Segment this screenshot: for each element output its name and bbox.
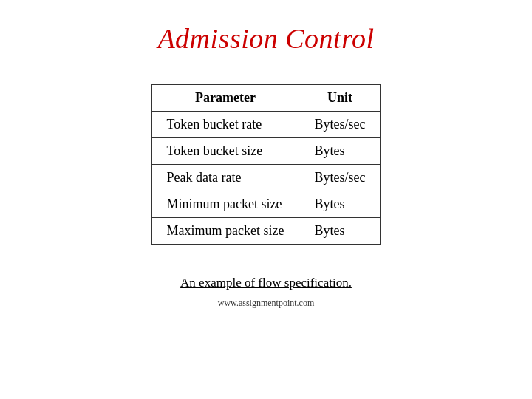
table-row: Maximum packet sizeBytes (151, 218, 381, 245)
parameter-cell: Minimum packet size (151, 191, 299, 218)
website-url: www.assignmentpoint.com (218, 298, 315, 309)
parameter-cell: Token bucket size (151, 138, 299, 165)
table-row: Peak data rateBytes/sec (151, 165, 381, 191)
table-header-row: Parameter Unit (151, 85, 381, 112)
footer-text: An example of flow specification. (180, 276, 352, 290)
table-row: Token bucket rateBytes/sec (151, 112, 381, 138)
unit-cell: Bytes (299, 218, 381, 245)
unit-cell: Bytes/sec (299, 112, 381, 138)
parameter-cell: Maximum packet size (151, 218, 299, 245)
table-body: Token bucket rateBytes/secToken bucket s… (151, 112, 381, 245)
flow-spec-table: Parameter Unit Token bucket rateBytes/se… (151, 84, 381, 245)
unit-cell: Bytes (299, 138, 381, 165)
table-row: Minimum packet sizeBytes (151, 191, 381, 218)
table-row: Token bucket sizeBytes (151, 138, 381, 165)
unit-cell: Bytes/sec (299, 165, 381, 191)
column-header-parameter: Parameter (151, 85, 299, 112)
column-header-unit: Unit (299, 85, 381, 112)
parameter-cell: Token bucket rate (151, 112, 299, 138)
page-title: Admission Control (157, 22, 374, 55)
data-table-container: Parameter Unit Token bucket rateBytes/se… (151, 84, 381, 245)
unit-cell: Bytes (299, 191, 381, 218)
parameter-cell: Peak data rate (151, 165, 299, 191)
